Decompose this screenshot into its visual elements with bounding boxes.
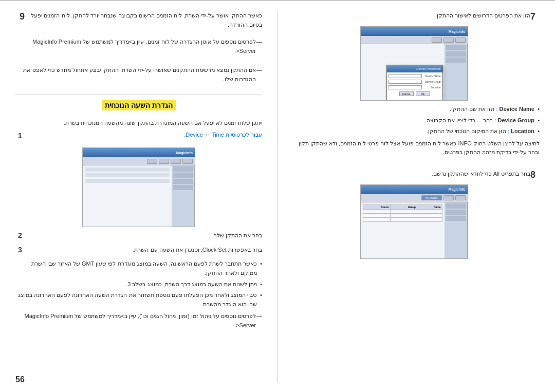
mockup3-cell-1-3: [363, 209, 390, 213]
mockup2-dialog-btns: OK Cancel: [388, 91, 441, 96]
mockup3-toolbar: All Devices: [361, 194, 468, 202]
mockup3-body: Name Group Status: [361, 202, 468, 258]
mockup3-btn-2: [443, 195, 454, 200]
section-9-dash1: לפרטים נוספים על אוסן ההגדרה של לוח זמני…: [15, 38, 262, 55]
mockup1-sidebar-item-3: [173, 179, 193, 184]
mockup2-sidebar: [445, 44, 468, 100]
mockup3-table-header: Name Group Status: [363, 204, 442, 209]
substep-3-block: 3 בחר באפשרות Clock Set, וסנכרן את השעה …: [15, 246, 262, 255]
mockup2-input-2[interactable]: [388, 80, 422, 84]
mockup2-titlebar: MagicInfo: [361, 27, 468, 36]
section-9-dash1-block: לפרטים נוספים על אוסן ההגדרה של לוח זמני…: [15, 38, 262, 58]
mockup2-body: Device Properties Device Name Device Gro…: [361, 44, 468, 100]
mockup1-btn-1: [182, 159, 193, 164]
section-8-block: 8 בחר בתפריט All כדי לוודא שההתקן נרשם. …: [288, 170, 540, 263]
mockup3-th-2: Group: [390, 204, 417, 209]
mockup1-sidebar: [172, 165, 195, 227]
section-7-text: הזן את הפרטים הדרושים לאישור ההתקן.: [288, 11, 540, 21]
mockup2-dialog-title: Device Properties: [387, 65, 442, 72]
mockup1-title: MagicInfo: [176, 151, 193, 155]
mockup3-title: MagicInfo: [449, 188, 466, 191]
mockup3-table: Name Group Status: [363, 204, 442, 222]
mockup2-cancel-btn[interactable]: Cancel: [399, 91, 414, 96]
intro-text: ייתכן שלוח זמנים לא יפעל אם השעה המוגדרת…: [15, 119, 262, 128]
mockup3-cell-2-2: [390, 213, 417, 217]
section-7-bullets: Device Name : הזן את שם ההתקן. Device Gr…: [288, 105, 540, 136]
substep-1-block: 1 עבור לכרטיסיות Device ← Time.: [15, 132, 262, 142]
highlighted-title: הגדרת השעה הנוכחית: [102, 100, 176, 110]
mockup2-btn-3: [432, 38, 442, 43]
mockup2-btn-1: [455, 38, 466, 43]
mockup3-row-2: [363, 213, 442, 217]
mockup3-cell-1-1: [417, 209, 442, 213]
section-9-text: כאשר ההתקן אושר על-ידי השרת, לוח הזמנים …: [15, 11, 262, 29]
mockup1-btn-2: [171, 159, 181, 164]
section-7-bullet-location: Location : הזן את המיקום הנוכחי של ההתקן…: [288, 127, 540, 136]
mockup1-sidebar-item-2: [173, 173, 193, 178]
mockup1-row-1: [85, 167, 170, 172]
mockup1-body: [83, 165, 195, 227]
mockup2-sidebar-item-2: [446, 51, 466, 57]
mockup1-titlebar: MagicInfo: [83, 148, 195, 157]
left-column: 9 כאשר ההתקן אושר על-ידי השרת, לוח הזמני…: [15, 11, 278, 382]
content-area: 9 כאשר ההתקן אושר על-ידי השרת, לוח הזמני…: [0, 1, 555, 392]
mockup3-main: Name Group Status: [361, 202, 445, 258]
section-7-bullet-device-group: Device Group : בחר ... כדי לציין את הקבו…: [288, 116, 540, 125]
section-7-bullet-device-name: Device Name : הזן את שם ההתקן.: [288, 105, 540, 114]
substep-3-bullet-1: כאשר תתחבר לשרת לפעם הראשונה, השעה במוצג…: [15, 259, 262, 277]
mockup3-sidebar-item-2: [446, 210, 466, 215]
mockup2-input-1[interactable]: [388, 74, 422, 78]
mockup3-titlebar: MagicInfo: [361, 185, 468, 194]
mockup2-main: Device Properties Device Name Device Gro…: [361, 44, 445, 100]
substep-3-number: 3: [18, 246, 22, 254]
mockup1-btn-3: [159, 159, 169, 164]
mockup2-field-row-2: Device Group: [388, 80, 441, 84]
mockup3-sidebar: [445, 202, 468, 258]
mockup2-title: MagicInfo: [449, 30, 466, 33]
screenshot-mockup-2: MagicInfo: [360, 26, 468, 101]
section-7-number: 7: [530, 11, 535, 22]
section-7-extra: לחיצה על לחצן השלט רחוק INFO כאשר לוח הז…: [288, 139, 540, 157]
section-8-number: 8: [530, 170, 535, 180]
mockup1-main: [83, 165, 172, 227]
substep-3-text: בחר באפשרות Clock Set, וסנכרן את השעה עם…: [15, 246, 262, 255]
screenshot-mockup-1: MagicInfo: [82, 147, 195, 227]
mockup2-ok-btn[interactable]: OK: [416, 91, 430, 96]
substep-3-bullet-2: ניתן לשנות את השעה במוצג דרך השרת, כמוצג…: [15, 280, 262, 289]
mockup3-cell-3-2: [390, 217, 417, 221]
section-9-block: 9 כאשר ההתקן אושר על-ידי השרת, לוח הזמני…: [15, 11, 262, 29]
mockup3-cell-2-1: [417, 213, 442, 217]
section-9-dash2: אם ההתקן נמצא מרשימת ההתקנים שאושרו על-י…: [15, 66, 262, 84]
mockup2-field-row-3: Location: [388, 85, 441, 89]
mockup2-label-2: Device Group: [423, 80, 441, 83]
mockup2-bottom-bar: [361, 100, 468, 101]
mockup3-all-tab[interactable]: All Devices: [421, 195, 442, 200]
mockup1-toolbar: [83, 157, 195, 165]
substep-1-text: עבור לכרטיסיות Device ← Time.: [15, 132, 262, 138]
mockup1-sidebar-item-1: [173, 166, 193, 172]
mockup2-dialog-body: Device Name Device Group Location: [387, 72, 442, 98]
substep-1-number: 1: [18, 132, 22, 140]
mockup2-input-3[interactable]: [388, 85, 422, 89]
mockup2-label-1: Device Name: [423, 74, 441, 78]
mockup1-bottom-bar: [83, 227, 195, 227]
mockup3-sidebar-item-3: [446, 216, 466, 221]
substep-2-number: 2: [18, 231, 22, 239]
mockup3-sidebar-item-1: [446, 203, 466, 209]
section-divider: [15, 95, 262, 95]
mockup2-dialog: Device Properties Device Name Device Gro…: [386, 65, 443, 101]
section-8-header: 8 בחר בתפריט All כדי לוודא שההתקן נרשם.: [288, 170, 540, 180]
mockup3-row-1: [363, 209, 442, 213]
mockup2-btn-2: [443, 38, 454, 43]
mockup2-toolbar: [361, 36, 468, 44]
section-9-number: 9: [20, 11, 25, 22]
mockup2-field-row-1: Device Name: [388, 74, 441, 78]
mockup2-dialog-title-text: Device Properties: [416, 67, 440, 70]
mockup3-cell-3-3: [363, 217, 390, 221]
mockup3-th-3: Status: [363, 204, 390, 209]
mockup3-btn-1: [455, 195, 466, 200]
page-number: 56: [15, 375, 25, 384]
substep-3-dash: לפרטים נוספים על ניהול זמן (זמון, ניהול …: [15, 312, 262, 330]
substep-3-bullet-3: כיבוי המוצג ולאחר מכן הפעלתו פעם נוספת ת…: [15, 291, 262, 309]
mockup3-row-3: [363, 217, 442, 221]
